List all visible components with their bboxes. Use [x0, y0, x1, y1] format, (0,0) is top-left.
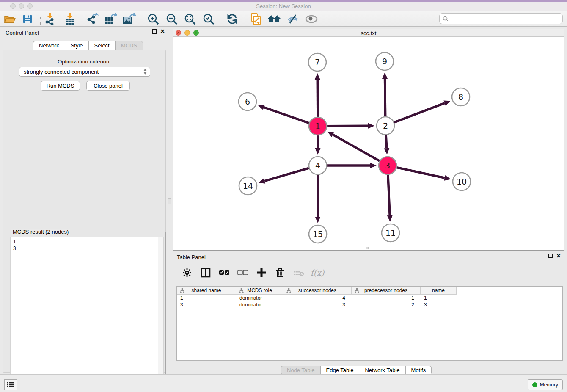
table-tab-edge-table[interactable]: Edge Table — [320, 366, 359, 375]
table-tab-motifs[interactable]: Motifs — [405, 366, 432, 375]
arrowhead-1-6 — [258, 105, 265, 110]
zoom-selected-icon[interactable] — [201, 13, 216, 25]
open-session-icon[interactable] — [3, 13, 17, 25]
arrowhead-4-14 — [259, 178, 265, 183]
zoom-in-icon[interactable] — [146, 13, 160, 25]
import-network-icon[interactable] — [43, 13, 58, 25]
graph-node-label-7: 7 — [315, 58, 320, 67]
network-window-titlebar[interactable]: × − + scc.txt — [173, 29, 564, 37]
table-row[interactable]: 1dominator411 — [177, 295, 562, 301]
search-box[interactable] — [439, 13, 563, 24]
cell-successor-nodes[interactable]: 3 — [284, 301, 352, 308]
cell-shared-name[interactable]: 1 — [177, 295, 236, 301]
mcds-panel: Optimization criterion: strongly connect… — [3, 50, 166, 373]
import-table-icon[interactable] — [63, 13, 77, 25]
cell-name[interactable]: 3 — [421, 301, 457, 308]
column-header-name[interactable]: name — [421, 287, 457, 295]
close-table-panel-icon[interactable]: ✕ — [556, 254, 561, 258]
mcds-result-area[interactable]: 1 3 — [10, 237, 164, 392]
tab-mcds[interactable]: MCDS — [115, 41, 143, 50]
select-all-columns-icon[interactable] — [218, 266, 231, 279]
tab-select[interactable]: Select — [88, 41, 115, 50]
run-mcds-button[interactable]: Run MCDS — [41, 81, 80, 91]
export-network-icon[interactable] — [85, 13, 99, 25]
cell-predecessor-nodes[interactable]: 2 — [352, 301, 421, 308]
table-scroll-strip — [176, 361, 563, 361]
edge-2-3[interactable] — [386, 135, 387, 148]
table-row[interactable]: 3dominator323 — [177, 301, 562, 308]
save-session-icon[interactable] — [20, 13, 35, 25]
criterion-value: strongly connected component — [24, 69, 99, 75]
network-overview-icon[interactable] — [249, 13, 263, 25]
criterion-dropdown[interactable]: strongly connected component — [19, 67, 150, 77]
edge-3-10[interactable] — [396, 168, 444, 178]
edge-1-2[interactable] — [327, 126, 368, 126]
table-panel-title: Table Panel — [177, 254, 206, 260]
tab-network[interactable]: Network — [33, 41, 65, 50]
table-tabs: Node TableEdge TableNetwork TableMotifs — [281, 366, 432, 375]
result-scrollbar[interactable] — [158, 237, 163, 391]
close-panel-button[interactable]: Close panel — [86, 81, 130, 91]
float-panel-icon[interactable] — [152, 29, 157, 34]
refresh-icon[interactable] — [225, 13, 239, 25]
tab-style[interactable]: Style — [65, 41, 88, 50]
dropdown-stepper-icon — [143, 69, 147, 75]
edge-3-11[interactable] — [388, 175, 390, 215]
node-table[interactable]: shared nameMCDS rolesuccessor nodesprede… — [176, 286, 563, 361]
edge-4-14[interactable] — [264, 168, 309, 181]
control-panel: Control Panel ✕ NetworkStyleSelectMCDS O… — [0, 27, 168, 374]
column-header-shared-name[interactable]: shared name — [177, 287, 236, 295]
edge-3-1[interactable] — [333, 135, 380, 161]
task-history-button[interactable] — [4, 379, 17, 390]
cell-MCDS-role[interactable]: dominator — [236, 301, 284, 308]
cell-MCDS-role[interactable]: dominator — [236, 295, 284, 301]
export-table-icon[interactable] — [103, 13, 118, 25]
list-icon — [7, 382, 14, 388]
graph-node-label-14: 14 — [243, 181, 253, 190]
add-column-icon[interactable] — [255, 266, 268, 279]
edge-1-6[interactable] — [264, 108, 309, 123]
arrowhead-2-3 — [384, 148, 389, 155]
arrowhead-2-9 — [382, 72, 388, 79]
zoom-fit-icon[interactable] — [183, 13, 197, 25]
table-tab-node-table[interactable]: Node Table — [281, 366, 320, 375]
close-panel-icon[interactable]: ✕ — [160, 29, 165, 34]
cell-successor-nodes[interactable]: 4 — [284, 295, 352, 301]
export-image-icon[interactable] — [122, 13, 136, 25]
arrowhead-1-7 — [315, 73, 320, 80]
cell-name[interactable]: 1 — [421, 295, 457, 301]
table-panel: Table Panel ✕ f(x) shared nameMCDS roles… — [173, 252, 564, 374]
float-table-panel-icon[interactable] — [548, 254, 553, 258]
delete-table-icon — [292, 266, 305, 279]
column-header-predecessor-nodes[interactable]: predecessor nodes — [352, 287, 421, 295]
graph-node-label-9: 9 — [382, 57, 387, 66]
edge-2-8[interactable] — [394, 103, 445, 123]
graph-node-label-11: 11 — [385, 228, 396, 237]
cell-shared-name[interactable]: 3 — [177, 301, 236, 308]
delete-column-icon[interactable] — [274, 266, 286, 279]
memory-button[interactable]: Memory — [528, 379, 563, 390]
toolbar-separator — [82, 14, 82, 25]
edge-1-7[interactable] — [317, 80, 318, 117]
show-graphics-icon[interactable] — [304, 13, 319, 25]
cell-predecessor-nodes[interactable]: 1 — [352, 295, 421, 301]
panel-splitter-handle[interactable] — [168, 198, 171, 204]
home-layout-icon[interactable] — [267, 13, 281, 25]
function-builder-icon: f(x) — [311, 266, 324, 279]
network-graph-canvas[interactable]: 7968124314101511 — [173, 37, 564, 250]
edge-2-9[interactable] — [385, 79, 385, 116]
table-settings-icon[interactable] — [181, 266, 193, 279]
graph-node-label-1: 1 — [315, 121, 320, 131]
hide-graphics-icon[interactable] — [286, 13, 300, 25]
network-resize-grip[interactable] — [366, 247, 369, 249]
arrowhead-3-10 — [444, 175, 451, 181]
toolbar-separator — [142, 14, 142, 25]
column-header-successor-nodes[interactable]: successor nodes — [284, 287, 352, 295]
zoom-out-icon[interactable] — [165, 13, 179, 25]
table-tab-network-table[interactable]: Network Table — [359, 366, 405, 375]
column-browser-icon[interactable] — [199, 266, 212, 279]
search-input[interactable] — [451, 16, 562, 22]
deselect-all-columns-icon[interactable] — [237, 266, 249, 279]
column-header-MCDS-role[interactable]: MCDS role — [236, 287, 284, 295]
main-toolbar — [0, 11, 567, 27]
